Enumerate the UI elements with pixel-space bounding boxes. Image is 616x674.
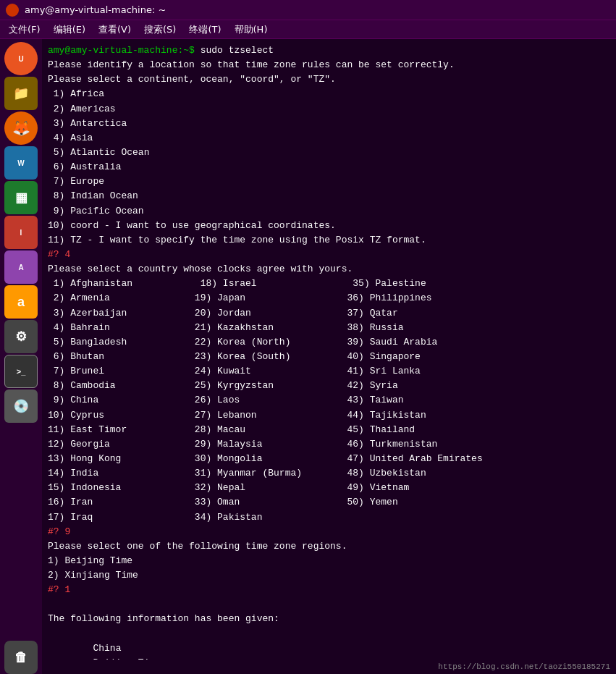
terminal[interactable]: amy@amy-virtual-machine:~$ sudo tzselect…	[42, 39, 616, 674]
sidebar-app-settings[interactable]: ⚙	[4, 320, 38, 353]
statusbar: https://blog.csdn.net/taozi550185271	[42, 660, 616, 674]
sidebar-app-terminal[interactable]: >_	[4, 355, 38, 388]
terminal-content: amy@amy-virtual-machine:~$ sudo tzselect…	[48, 43, 610, 674]
sidebar-app-trash[interactable]: 🗑	[4, 641, 38, 674]
sidebar-app-ubuntu[interactable]: U	[4, 42, 38, 75]
menu-search[interactable]: 搜索(S)	[138, 22, 182, 38]
menu-help[interactable]: 帮助(H)	[229, 22, 274, 38]
sidebar-app-amazon[interactable]: a	[4, 285, 38, 319]
sidebar-app-impress[interactable]: I	[4, 216, 38, 249]
titlebar: amy@amy-virtual-machine: ~	[0, 0, 616, 20]
menu-view[interactable]: 查看(V)	[93, 22, 137, 38]
sidebar: U 📁 🦊 W ▦ I A a ⚙ >_ 💿 › 🗑	[0, 39, 42, 674]
statusbar-url: https://blog.csdn.net/taozi550185271	[438, 662, 610, 671]
menu-edit[interactable]: 编辑(E)	[48, 22, 91, 38]
sidebar-app-font[interactable]: A	[4, 250, 38, 284]
sidebar-app-firefox[interactable]: 🦊	[4, 111, 38, 145]
sidebar-app-dvd[interactable]: 💿	[4, 389, 38, 423]
titlebar-icon	[6, 4, 19, 17]
sidebar-app-writer[interactable]: W	[4, 146, 38, 180]
menubar: 文件(F) 编辑(E) 查看(V) 搜索(S) 终端(T) 帮助(H)	[0, 20, 616, 39]
titlebar-title: amy@amy-virtual-machine: ~	[25, 4, 166, 15]
sidebar-app-calc[interactable]: ▦	[4, 181, 38, 214]
menu-terminal[interactable]: 终端(T)	[183, 22, 227, 38]
menu-file[interactable]: 文件(F)	[3, 22, 46, 38]
sidebar-app-files[interactable]: 📁	[4, 77, 38, 110]
